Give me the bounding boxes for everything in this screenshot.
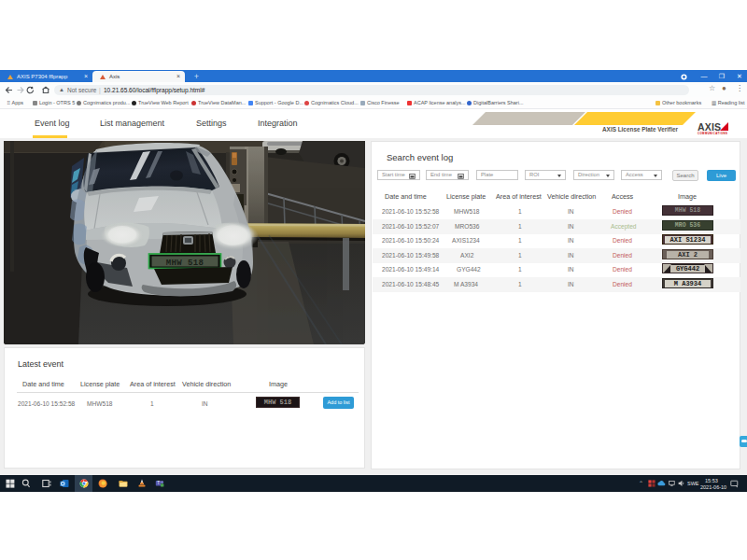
svg-text:T: T bbox=[157, 481, 160, 485]
